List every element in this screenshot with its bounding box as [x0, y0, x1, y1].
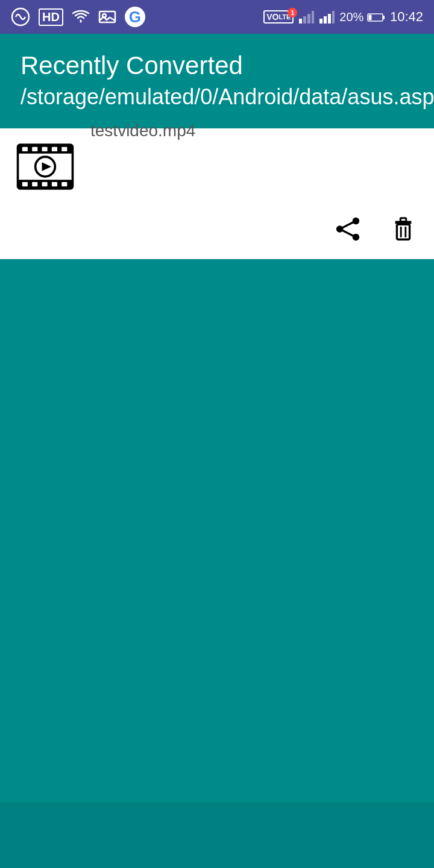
- signal-1-icon: [298, 10, 314, 24]
- svg-point-29: [353, 218, 360, 225]
- svg-rect-23: [32, 182, 37, 186]
- google-icon: G: [125, 7, 145, 27]
- delete-button[interactable]: [385, 210, 422, 248]
- film-strip-icon: [15, 141, 75, 192]
- video-filename: testvideo.mp4: [90, 115, 195, 140]
- image-icon: [98, 10, 116, 24]
- svg-rect-6: [312, 11, 314, 24]
- share-button[interactable]: [329, 210, 366, 248]
- svg-rect-7: [319, 19, 322, 24]
- video-item-top: testvideo.mp4: [0, 128, 434, 204]
- trash-icon: [389, 215, 417, 243]
- svg-rect-19: [42, 146, 48, 151]
- svg-rect-8: [324, 16, 327, 24]
- video-item: testvideo.mp4: [0, 128, 434, 259]
- svg-rect-26: [61, 182, 67, 186]
- status-bar-right: VOLTE 1 20%: [263, 9, 423, 25]
- background-fill: [0, 259, 434, 802]
- video-item-actions: [0, 204, 434, 259]
- svg-point-30: [336, 225, 344, 233]
- svg-rect-35: [400, 218, 406, 222]
- share-icon: [334, 215, 362, 243]
- hd-badge: HD: [39, 8, 63, 26]
- status-time: 10:42: [390, 9, 423, 25]
- svg-line-33: [340, 229, 356, 237]
- battery-indicator: 20%: [339, 10, 385, 24]
- signal-2-icon: [319, 10, 335, 24]
- svg-rect-5: [307, 14, 310, 24]
- svg-rect-20: [52, 146, 57, 151]
- svg-point-31: [353, 234, 360, 241]
- header-path: /storage/emulated/0/Android/data/asus.as…: [20, 83, 414, 112]
- svg-rect-21: [61, 146, 67, 151]
- svg-rect-36: [397, 225, 409, 240]
- svg-rect-9: [328, 14, 331, 24]
- status-bar: HD G VOLTE 1: [0, 0, 434, 34]
- svg-rect-13: [368, 15, 371, 20]
- svg-rect-17: [22, 146, 28, 151]
- status-bar-left: HD G: [11, 7, 145, 27]
- svg-rect-10: [332, 11, 335, 24]
- svg-rect-25: [52, 182, 57, 186]
- volte-icon: VOLTE 1: [263, 10, 294, 24]
- svg-rect-22: [22, 182, 28, 186]
- header: Recently Converted /storage/emulated/0/A…: [0, 34, 434, 128]
- svg-rect-3: [299, 19, 302, 24]
- svg-rect-18: [32, 146, 37, 151]
- asus-icon: [11, 7, 30, 27]
- svg-rect-12: [383, 16, 385, 19]
- video-list: testvideo.mp4: [0, 128, 434, 259]
- wifi-icon: [72, 10, 90, 24]
- svg-rect-4: [303, 16, 306, 24]
- svg-rect-24: [42, 182, 48, 186]
- header-title: Recently Converted: [20, 51, 414, 81]
- video-thumbnail[interactable]: [12, 139, 78, 193]
- svg-line-32: [340, 221, 356, 229]
- svg-rect-1: [99, 11, 115, 22]
